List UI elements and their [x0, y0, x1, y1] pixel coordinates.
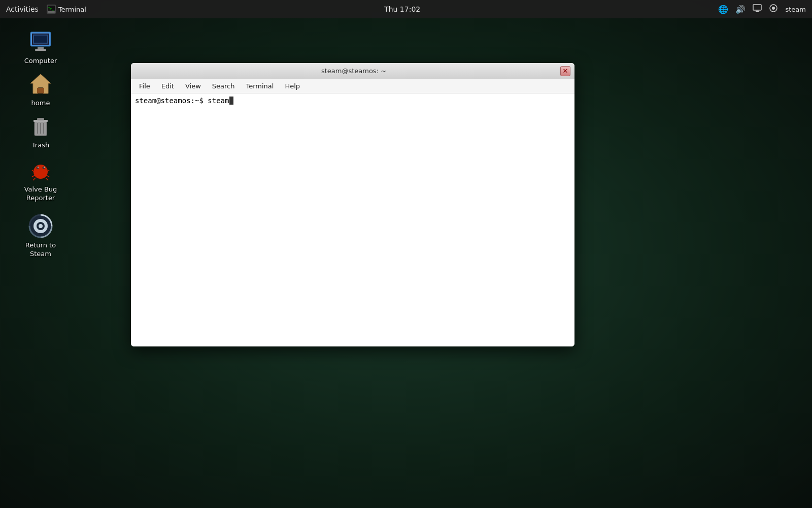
- terminal-window: steam@steamos: ~ ✕ File Edit View Search…: [131, 63, 574, 346]
- desktop-icon-computer[interactable]: Computer: [15, 26, 66, 68]
- network-icon[interactable]: 🌐: [718, 5, 728, 14]
- menu-help[interactable]: Help: [280, 81, 305, 91]
- terminal-title: steam@steamos: ~: [147, 67, 560, 75]
- svg-point-27: [37, 167, 39, 169]
- svg-text:T>_: T>_: [48, 7, 54, 11]
- computer-icon: [27, 28, 54, 55]
- terminal-menubar: File Edit View Search Terminal Help: [131, 79, 574, 93]
- svg-rect-4: [753, 5, 761, 10]
- topbar: Activities T>_ Terminal Thu 17:02 🌐 🔊: [0, 0, 812, 18]
- svg-rect-2: [48, 11, 55, 13]
- svg-rect-6: [755, 12, 760, 12]
- menu-view[interactable]: View: [180, 81, 206, 91]
- desktop-icon-return-to-steam[interactable]: Return to Steam: [15, 211, 66, 261]
- topbar-steam-label: steam: [785, 6, 806, 13]
- activities-button[interactable]: Activities: [6, 5, 39, 13]
- svg-rect-19: [37, 118, 44, 120]
- terminal-prompt: steam@steamos:~$ steam: [135, 97, 229, 105]
- terminal-appname-icon: T>_: [47, 5, 56, 14]
- desktop-icon-home[interactable]: home: [15, 69, 66, 110]
- desktop-icon-trash[interactable]: Trash: [15, 111, 66, 152]
- svg-rect-5: [756, 11, 759, 12]
- svg-point-30: [44, 167, 45, 168]
- terminal-body[interactable]: steam@steamos:~$ steam: [131, 93, 574, 346]
- valve-bug-icon-label: Valve Bug Reporter: [17, 185, 64, 203]
- trash-icon: [27, 113, 54, 139]
- svg-line-33: [32, 175, 35, 177]
- terminal-close-button[interactable]: ✕: [560, 66, 570, 76]
- computer-icon-label: Computer: [24, 57, 57, 66]
- topbar-appname[interactable]: T>_ Terminal: [47, 5, 86, 14]
- menu-edit[interactable]: Edit: [156, 81, 179, 91]
- svg-rect-11: [38, 47, 44, 49]
- desktop-icon-valve-bug[interactable]: Valve Bug Reporter: [15, 155, 66, 205]
- home-icon-label: home: [31, 99, 50, 108]
- svg-point-28: [43, 167, 45, 169]
- topbar-time: Thu 17:02: [384, 5, 420, 13]
- valve-bug-icon: [27, 157, 54, 183]
- return-to-steam-icon: [27, 213, 54, 239]
- svg-point-29: [38, 167, 39, 168]
- svg-point-8: [772, 7, 775, 10]
- menu-search[interactable]: Search: [207, 81, 240, 91]
- menu-file[interactable]: File: [134, 81, 155, 91]
- svg-point-40: [39, 224, 43, 228]
- return-to-steam-icon-label: Return to Steam: [17, 241, 64, 259]
- trash-icon-label: Trash: [32, 141, 49, 150]
- terminal-titlebar[interactable]: steam@steamos: ~ ✕: [131, 63, 574, 79]
- svg-line-36: [46, 178, 48, 180]
- topbar-right: 🌐 🔊 steam: [718, 4, 806, 15]
- menu-terminal[interactable]: Terminal: [241, 81, 279, 91]
- svg-rect-16: [37, 88, 44, 93]
- topbar-left: Activities T>_ Terminal: [6, 5, 86, 14]
- svg-line-34: [46, 175, 49, 177]
- home-icon: [27, 71, 54, 97]
- topbar-appname-label: Terminal: [58, 6, 86, 13]
- sound-icon[interactable]: 🔊: [735, 5, 746, 14]
- svg-rect-12: [35, 49, 46, 51]
- svg-rect-14: [34, 36, 47, 43]
- display-icon[interactable]: [753, 4, 762, 15]
- steam-indicator[interactable]: [769, 4, 778, 15]
- svg-line-35: [33, 178, 36, 180]
- terminal-cursor: [229, 97, 233, 105]
